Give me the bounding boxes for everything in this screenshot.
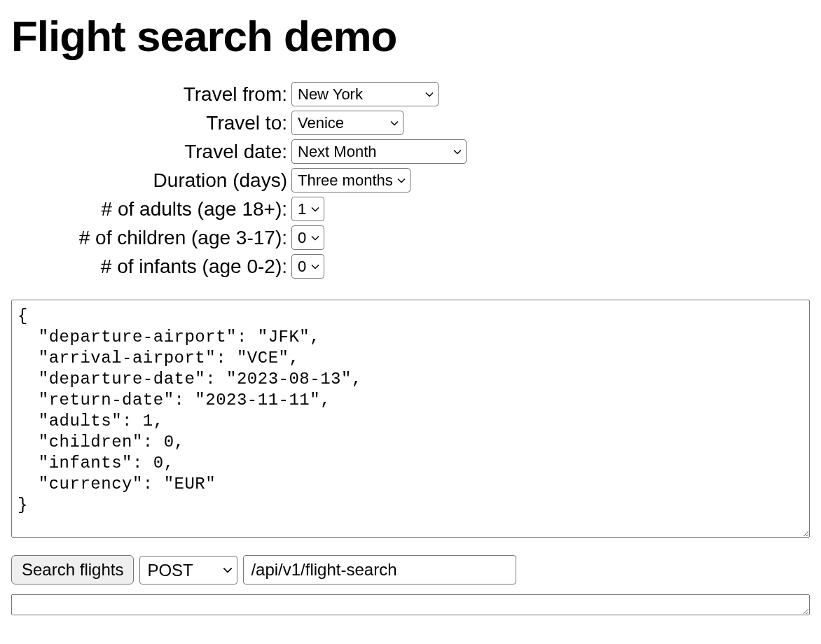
http-method-select[interactable]: POST — [139, 556, 237, 584]
search-form: Travel from: New York Travel to: Venice … — [11, 82, 810, 279]
page-title: Flight search demo — [11, 11, 810, 61]
travel-to-row: Travel to: Venice — [11, 111, 810, 135]
travel-from-select[interactable]: New York — [291, 82, 439, 106]
travel-date-row: Travel date: Next Month — [11, 139, 810, 164]
request-body-textarea[interactable] — [11, 300, 810, 538]
adults-label: # of adults (age 18+): — [11, 198, 291, 220]
travel-date-select[interactable]: Next Month — [291, 139, 467, 164]
children-select[interactable]: 0 — [291, 225, 324, 250]
children-label: # of children (age 3-17): — [11, 227, 291, 249]
infants-row: # of infants (age 0-2): 0 — [11, 254, 810, 279]
children-row: # of children (age 3-17): 0 — [11, 225, 810, 250]
travel-to-label: Travel to: — [11, 112, 291, 134]
search-flights-button[interactable]: Search flights — [11, 555, 134, 584]
travel-from-label: Travel from: — [11, 83, 291, 106]
travel-to-select[interactable]: Venice — [291, 111, 403, 135]
duration-label: Duration (days) — [11, 169, 291, 192]
infants-select[interactable]: 0 — [291, 254, 324, 279]
adults-select[interactable]: 1 — [291, 197, 324, 221]
travel-date-label: Travel date: — [11, 141, 291, 163]
duration-row: Duration (days) Three months — [11, 168, 810, 192]
response-textarea[interactable] — [11, 594, 810, 615]
adults-row: # of adults (age 18+): 1 — [11, 197, 810, 221]
infants-label: # of infants (age 0-2): — [11, 255, 291, 278]
endpoint-path-input[interactable] — [243, 555, 516, 584]
duration-select[interactable]: Three months — [291, 168, 410, 192]
travel-from-row: Travel from: New York — [11, 82, 810, 106]
action-row: Search flights POST — [11, 555, 810, 584]
